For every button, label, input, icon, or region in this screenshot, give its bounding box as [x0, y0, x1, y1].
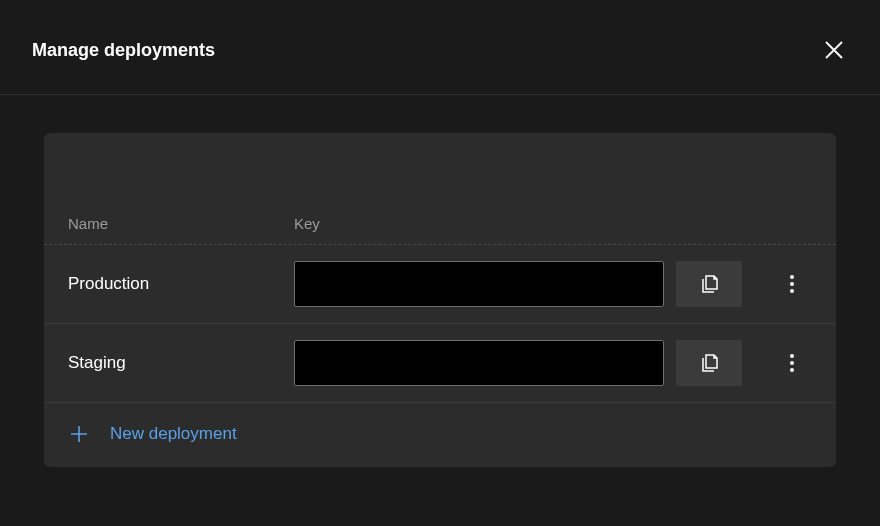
- key-cell: [294, 340, 760, 386]
- svg-point-1: [790, 282, 794, 286]
- more-vertical-icon: [789, 352, 795, 374]
- table-row: Production: [44, 245, 836, 324]
- svg-point-5: [790, 368, 794, 372]
- deployments-panel: Name Key Production: [44, 133, 836, 467]
- key-cell: [294, 261, 760, 307]
- column-header-key: Key: [294, 215, 812, 232]
- more-actions-button[interactable]: [772, 264, 812, 304]
- column-header-name: Name: [68, 215, 294, 232]
- manage-deployments-modal: Manage deployments Name Key Production: [0, 0, 880, 526]
- deployment-name: Production: [68, 274, 294, 294]
- panel-wrapper: Name Key Production: [0, 95, 880, 467]
- svg-point-0: [790, 275, 794, 279]
- new-deployment-row[interactable]: New deployment: [44, 403, 836, 467]
- copy-icon: [698, 273, 720, 295]
- copy-key-button[interactable]: [676, 261, 742, 307]
- close-button[interactable]: [820, 36, 848, 64]
- table-header: Name Key: [44, 205, 836, 245]
- deployment-name: Staging: [68, 353, 294, 373]
- deployment-key-field[interactable]: [294, 340, 664, 386]
- panel-top-spacer: [44, 133, 836, 205]
- svg-point-4: [790, 361, 794, 365]
- svg-point-3: [790, 354, 794, 358]
- more-vertical-icon: [789, 273, 795, 295]
- copy-icon: [698, 352, 720, 374]
- table-row: Staging: [44, 324, 836, 403]
- copy-key-button[interactable]: [676, 340, 742, 386]
- svg-point-2: [790, 289, 794, 293]
- modal-header: Manage deployments: [0, 0, 880, 95]
- more-actions-button[interactable]: [772, 343, 812, 383]
- close-icon: [823, 39, 845, 61]
- deployment-key-field[interactable]: [294, 261, 664, 307]
- new-deployment-label[interactable]: New deployment: [110, 424, 237, 444]
- modal-title: Manage deployments: [32, 40, 215, 61]
- plus-icon: [68, 423, 90, 445]
